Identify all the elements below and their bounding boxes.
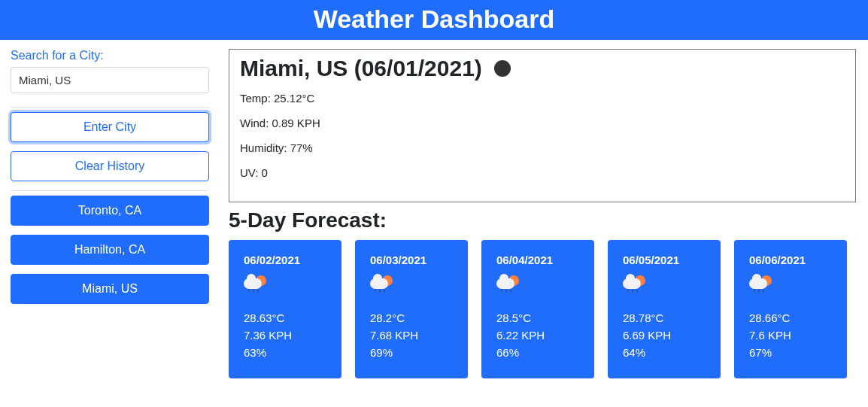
forecast-humidity: 64% <box>623 346 706 359</box>
forecast-wind: 6.22 KPH <box>496 329 579 342</box>
forecast-temp: 28.5°C <box>496 311 579 324</box>
rain-cloud-sun-icon <box>244 275 326 298</box>
history-item[interactable]: Toronto, CA <box>11 196 209 226</box>
current-weather-panel: Miami, US (06/01/2021) Temp: 25.12°C Win… <box>229 49 856 202</box>
forecast-date: 06/06/2021 <box>749 254 832 266</box>
forecast-wind: 7.6 KPH <box>749 329 832 342</box>
page-header: Weather Dashboard <box>0 0 868 40</box>
forecast-date: 06/04/2021 <box>496 254 579 266</box>
forecast-card: 06/03/2021 28.2°C 7.68 KPH 69% <box>355 240 468 378</box>
forecast-humidity: 69% <box>370 346 453 359</box>
current-city-date: Miami, US (06/01/2021) <box>240 56 482 81</box>
current-uv: UV: 0 <box>240 166 845 179</box>
forecast-date: 06/03/2021 <box>370 254 453 266</box>
current-humidity: Humidity: 77% <box>240 141 845 154</box>
rain-cloud-sun-icon <box>370 275 453 298</box>
divider <box>11 107 209 108</box>
rain-cloud-sun-icon <box>749 275 832 298</box>
forecast-row: 06/02/2021 28.63°C 7.36 KPH 63% 06/03/20… <box>229 240 856 378</box>
current-weather-heading: Miami, US (06/01/2021) <box>240 56 845 81</box>
forecast-humidity: 67% <box>749 346 832 359</box>
rain-cloud-sun-icon <box>623 275 706 298</box>
forecast-temp: 28.78°C <box>623 311 706 324</box>
forecast-wind: 7.68 KPH <box>370 329 453 342</box>
forecast-humidity: 63% <box>244 346 326 359</box>
forecast-date: 06/02/2021 <box>244 254 326 266</box>
current-wind: Wind: 0.89 KPH <box>240 117 845 129</box>
forecast-temp: 28.63°C <box>244 311 326 324</box>
forecast-humidity: 66% <box>496 346 579 359</box>
forecast-date: 06/05/2021 <box>623 254 706 266</box>
clear-history-button[interactable]: Clear History <box>11 151 209 181</box>
forecast-heading: 5-Day Forecast: <box>229 208 856 232</box>
rain-cloud-sun-icon <box>496 275 579 298</box>
current-temp: Temp: 25.12°C <box>240 92 845 105</box>
forecast-wind: 6.69 KPH <box>623 329 706 342</box>
forecast-card: 06/05/2021 28.78°C 6.69 KPH 64% <box>608 240 721 378</box>
forecast-wind: 7.36 KPH <box>244 329 326 342</box>
forecast-card: 06/02/2021 28.63°C 7.36 KPH 63% <box>229 240 341 378</box>
divider <box>11 190 209 191</box>
forecast-temp: 28.66°C <box>749 311 832 324</box>
history-item[interactable]: Miami, US <box>11 274 209 304</box>
forecast-temp: 28.2°C <box>370 311 453 324</box>
forecast-card: 06/04/2021 28.5°C 6.22 KPH 66% <box>481 240 594 378</box>
city-search-input[interactable] <box>11 67 209 93</box>
main-content: Miami, US (06/01/2021) Temp: 25.12°C Win… <box>226 44 868 387</box>
forecast-card: 06/06/2021 28.66°C 7.6 KPH 67% <box>734 240 847 378</box>
history-item[interactable]: Hamilton, CA <box>11 235 209 265</box>
main-container: Search for a City: Enter City Clear Hist… <box>0 40 868 387</box>
enter-city-button[interactable]: Enter City <box>11 112 209 142</box>
sidebar: Search for a City: Enter City Clear Hist… <box>0 44 218 387</box>
search-label: Search for a City: <box>11 49 209 62</box>
current-weather-icon <box>494 60 511 77</box>
page-title: Weather Dashboard <box>0 5 868 34</box>
